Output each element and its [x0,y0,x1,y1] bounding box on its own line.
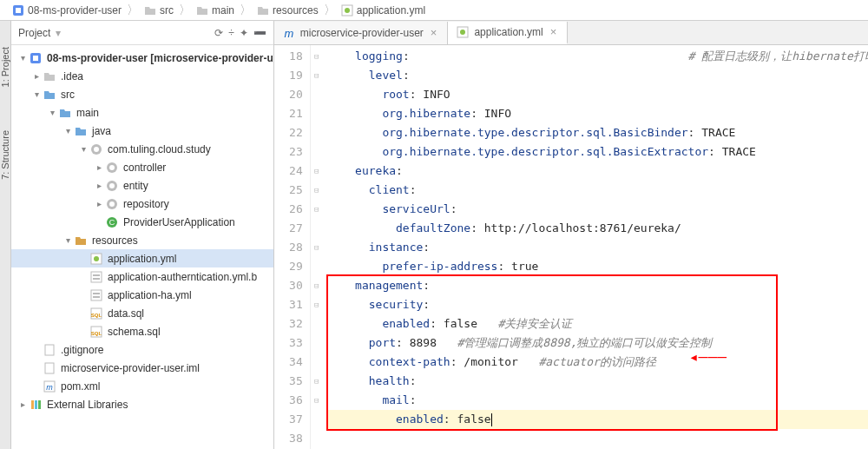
svg-point-13 [109,201,115,207]
svg-point-17 [94,256,99,261]
tree-node[interactable]: .gitignore [11,340,273,359]
toolbar-action[interactable]: ÷ [228,27,234,39]
close-icon[interactable]: × [429,26,439,39]
tree-node[interactable]: ▾src [11,85,273,103]
arrow-annotation: ◂——— [689,347,727,366]
tree-node[interactable]: ▾java [11,122,273,140]
lib-icon [29,398,43,412]
tree-node[interactable]: ▸entity [11,176,273,195]
editor-area: mmicroservice-provider-user×application.… [274,21,868,449]
workspace: 1: Project 7: Structure Project▾ ⟳÷✦➖ ▾0… [0,21,868,449]
code-content[interactable]: ◂——— logging: # 配置日志级别，让hibernate打印出执行的S… [323,45,868,449]
svg-rect-32 [31,400,34,409]
breadcrumb-item[interactable]: application.yml [336,1,431,20]
breadcrumb-item[interactable]: main [191,1,240,20]
tree-caret[interactable]: ▸ [30,71,43,81]
tree-node[interactable]: SQLdata.sql [11,304,273,322]
tree-label: resources [92,234,138,247]
svg-point-9 [109,165,115,170]
tree-label: schema.sql [108,326,161,338]
yml-icon [89,252,103,266]
tree-label: application.yml [108,253,176,265]
breadcrumb-item[interactable]: src [139,1,179,20]
tree-label: controller [123,162,166,174]
tree-node[interactable]: ▸repository [11,195,273,213]
svg-rect-21 [91,290,102,300]
yml-grey-icon [89,270,103,284]
toolbar-action[interactable]: ✦ [240,27,248,39]
yml-icon [457,26,469,38]
toolbar-action[interactable]: ➖ [253,27,266,39]
svg-text:C: C [109,218,115,227]
tree-node[interactable]: ▾08-ms-provider-user [microservice-provi… [11,49,273,67]
tree-caret[interactable]: ▾ [62,235,74,245]
tree-caret[interactable]: ▾ [46,108,58,117]
svg-rect-23 [93,296,100,298]
breadcrumb-bar: 08-ms-provider-user〉src〉main〉resources〉a… [0,0,868,21]
tree-label: application-autherntication.yml.b [108,271,257,283]
svg-rect-33 [35,400,37,409]
svg-rect-29 [45,363,54,373]
tree-label: repository [123,198,169,210]
folder-icon [257,4,269,17]
editor-tab[interactable]: application.yml× [448,22,568,44]
svg-text:SQL: SQL [91,331,102,336]
project-tool-window: Project▾ ⟳÷✦➖ ▾08-ms-provider-user [micr… [11,21,274,449]
rail-tab-project[interactable]: 1: Project [0,47,10,87]
project-tree[interactable]: ▾08-ms-provider-user [microservice-provi… [11,45,273,449]
line-gutter[interactable]: 1819202122232425262728293031323334353637… [274,45,311,449]
package-icon [105,197,119,211]
module-icon [29,51,43,65]
resources-icon [74,234,88,248]
tool-window-rail: 1: Project 7: Structure [0,21,11,449]
package-icon [105,179,119,193]
yml-icon [341,4,353,17]
tree-label: java [92,125,111,137]
tree-node[interactable]: ▾com.tuling.cloud.study [11,140,273,158]
tree-node[interactable]: SQLschema.sql [11,322,273,340]
tree-label: pom.xml [61,380,100,393]
tree-node[interactable]: CProviderUserApplication [11,213,273,231]
tree-label: External Libraries [47,399,128,411]
fold-column[interactable]: ⊟⊟ ⊟⊟⊟ ⊟ ⊟⊟ ⊟⊟ [311,45,323,449]
close-icon[interactable]: × [549,25,559,38]
project-title: Project [18,27,50,39]
tree-caret[interactable]: ▾ [62,126,74,135]
toolbar-action[interactable]: ⟳ [214,27,223,39]
rail-tab-structure[interactable]: 7: Structure [0,130,10,180]
tree-caret[interactable]: ▾ [30,89,43,99]
tree-node[interactable]: ▸External Libraries [11,395,273,413]
tree-node[interactable]: application-autherntication.yml.b [11,267,273,286]
tree-node[interactable]: ▾resources [11,231,273,249]
svg-text:SQL: SQL [91,313,102,318]
svg-rect-20 [93,278,100,280]
svg-rect-19 [93,274,100,276]
svg-rect-22 [93,293,100,294]
tree-node[interactable]: ▸.idea [11,67,273,85]
file-icon [43,361,56,375]
tree-caret[interactable]: ▾ [77,144,89,154]
tree-node[interactable]: microservice-provider-user.iml [11,359,273,377]
tree-label: ProviderUserApplication [123,216,235,228]
tree-node[interactable]: ▾main [11,103,273,122]
svg-rect-5 [33,56,38,61]
tree-caret[interactable]: ▸ [93,181,105,190]
breadcrumb-item[interactable]: resources [252,1,324,20]
editor-tab[interactable]: mmicroservice-provider-user× [274,22,449,44]
tree-caret[interactable]: ▸ [16,399,29,409]
tree-label: microservice-provider-user.iml [61,362,200,374]
tree-label: entity [123,180,148,192]
maven-icon: m [43,380,56,393]
folder-icon [196,4,208,17]
tree-node[interactable]: application.yml [11,249,273,267]
tree-label: main [76,107,99,119]
tree-caret[interactable]: ▸ [93,199,105,208]
breadcrumb-item[interactable]: 08-ms-provider-user [7,1,127,20]
tree-node[interactable]: ▸controller [11,158,273,176]
tree-node[interactable]: application-ha.yml [11,286,273,304]
tree-caret[interactable]: ▾ [16,53,29,63]
tree-caret[interactable]: ▸ [93,162,105,172]
m-icon: m [283,27,295,39]
code-editor[interactable]: 1819202122232425262728293031323334353637… [274,45,868,449]
tree-node[interactable]: mpom.xml [11,377,273,395]
